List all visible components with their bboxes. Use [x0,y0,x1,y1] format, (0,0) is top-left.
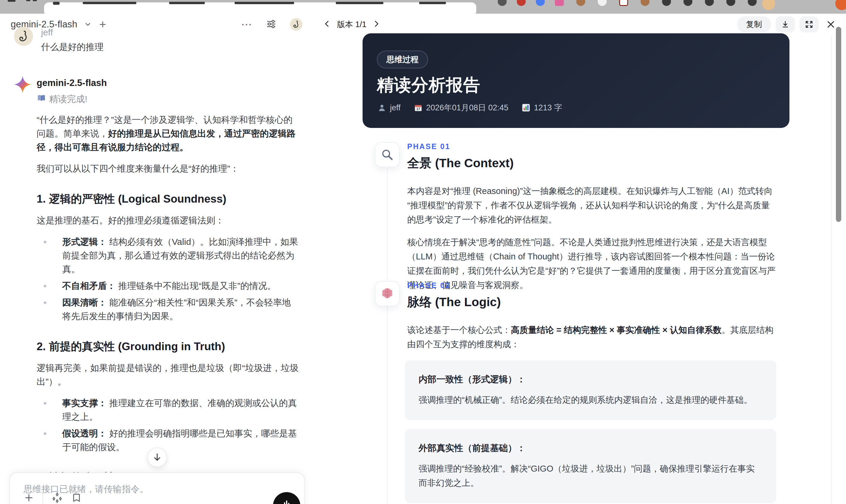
svg-text:17: 17 [416,107,420,111]
extension-icon[interactable] [726,0,735,6]
section-heading-1: 1. 逻辑的严密性 (Logical Soundness) [37,192,300,206]
assistant-content: “什么是好的推理？”这是一个涉及逻辑学、认知科学和哲学核心的问题。简单来说，好的… [37,113,300,504]
report-hero-card: 思维过程 精读分析报告 jeff 17 2026年01月08日 02:45 12… [363,33,790,128]
extension-icon[interactable] [576,0,585,6]
user-name: jeff [41,28,104,37]
report-panel: 版本 1/1 复制 [316,14,846,504]
extension-icon[interactable] [536,0,545,6]
assistant-message: gemini-2.5-flash 精读完成! “什么是好的推理？”这是一个涉及逻… [14,76,298,504]
calendar-icon: 17 [414,103,423,112]
dimension-card-1: 内部一致性（形式逻辑）： 强调推理的“机械正确”。结论必须在给定的规则系统内逻辑… [405,360,776,420]
brain-icon [375,281,400,306]
person-icon [377,103,386,112]
browser-menu-icon[interactable] [835,0,846,10]
phase-timeline [387,168,388,504]
browser-tabs-icon[interactable] [33,0,37,1]
phase-2-section: PHASE 02 脉络 (The Logic) 该论述基于一个核心公式：高质量结… [407,281,778,504]
scrollbar-thumb[interactable] [836,27,841,222]
section-lead-1: 这是推理的基石。好的推理必须遵循逻辑法则： [37,214,300,227]
report-panel-header: 版本 1/1 复制 [316,14,846,35]
attach-plus-icon[interactable] [23,492,34,504]
book-icon [37,93,46,105]
download-button[interactable] [776,16,795,32]
section-heading-2: 2. 前提的真实性 (Grounding in Truth) [37,340,300,354]
composer: 思维接口已就绪，请传输指令。 [9,472,305,504]
user-message-text: 什么是好的推理 [41,41,104,53]
divider [831,35,832,504]
extension-icon[interactable] [555,0,564,6]
gemini-logo-icon [14,76,31,93]
bullet-list-2: 事实支撑： 推理建立在可靠的数据、准确的观测或公认的真理之上。 假设透明： 好的… [37,396,300,454]
extension-icon[interactable] [748,0,757,6]
version-prev-icon[interactable] [323,19,331,30]
browser-back-icon[interactable] [8,0,16,2]
phase-1-title: 全景 (The Context) [407,155,778,172]
section-lead-2: 逻辑再完美，如果前提是错误的，推理也是垃圾（即“垃圾进，垃圾出”）。 [37,361,300,389]
phase-2-intro: 该论述基于一个核心公式：高质量结论 = 结构完整性 × 事实准确性 × 认知自律… [407,323,778,352]
app-window: gemini-2.5-flash ⋯ [0,0,846,504]
list-item: 假设透明： 好的推理会明确指明哪些是已知事实，哪些是基于可能的假设。 [37,427,300,454]
assistant-name: gemini-2.5-flash [37,78,298,88]
user-avatar [14,27,33,46]
bookmark-icon[interactable] [71,492,82,504]
extension-icon[interactable] [498,0,507,6]
extension-icon[interactable] [517,0,526,6]
version-next-icon[interactable] [372,19,380,30]
extension-icon[interactable] [619,0,628,6]
divider [42,492,43,504]
bar-chart-icon [522,103,530,112]
scroll-to-bottom-button[interactable] [147,448,167,467]
date-meta: 17 2026年01月08日 02:45 [414,102,508,113]
version-label: 版本 1/1 [337,19,367,30]
browser-tab[interactable] [44,2,476,14]
magnifier-icon [375,142,400,167]
phase-2-label: PHASE 02 [407,281,778,290]
list-item: 形式逻辑： 结构必须有效（Valid）。比如演绎推理中，如果前提全部为真，那么通… [37,235,300,276]
user-message: jeff 什么是好的推理 [14,27,298,53]
lead-paragraph: 我们可以从以下四个维度来衡量什么是“好的推理”： [37,162,300,176]
dimension-card-2: 外部真实性（前提基础）： 强调推理的“经验校准”。解决“GIGO（垃圾进，垃圾出… [405,429,776,503]
chat-scroll-area[interactable]: jeff 什么是好的推理 gemini-2.5-flash [0,14,316,504]
assistant-status: 精读完成! [37,93,298,105]
wordcount-meta: 1213 字 [522,102,562,113]
list-item: 事实支撑： 推理建立在可靠的数据、准确的观测或公认的真理之上。 [37,396,300,424]
profile-avatar[interactable] [762,0,775,10]
author-meta: jeff [377,103,401,112]
report-title: 精读分析报告 [377,74,480,97]
phase-1-paragraph: 本内容是对“推理 (Reasoning)”这一抽象概念的高层建模。在知识爆炸与人… [407,184,778,227]
list-item: 因果清晰： 能准确区分“相关性”和“因果关系”，不会轻率地将先后发生的事情归为因… [37,296,300,323]
list-item: 不自相矛盾： 推理链条中不能出现“既是又非”的情况。 [37,279,300,293]
extension-icon[interactable] [684,0,692,6]
fullscreen-button[interactable] [799,16,818,32]
skills-sparkle-icon[interactable] [52,492,63,504]
extension-icon[interactable] [598,0,607,6]
copy-button[interactable]: 复制 [737,16,771,32]
browser-toolbar [0,0,846,14]
extension-icon[interactable] [705,0,714,6]
extension-icon[interactable] [640,0,650,6]
bullet-list-1: 形式逻辑： 结构必须有效（Valid）。比如演绎推理中，如果前提全部为真，那么通… [37,235,300,323]
phase-1-section: PHASE 01 全景 (The Context) 本内容是对“推理 (Reas… [407,142,778,301]
phase-1-label: PHASE 01 [407,142,778,151]
intro-paragraph: “什么是好的推理？”这是一个涉及逻辑学、认知科学和哲学核心的问题。简单来说，好的… [37,113,300,154]
report-badge: 思维过程 [377,51,428,68]
browser-tabs-icon[interactable] [26,0,30,1]
phase-2-title: 脉络 (The Logic) [407,294,778,310]
extension-icon[interactable] [662,0,671,6]
report-meta: jeff 17 2026年01月08日 02:45 1213 字 [377,102,562,113]
